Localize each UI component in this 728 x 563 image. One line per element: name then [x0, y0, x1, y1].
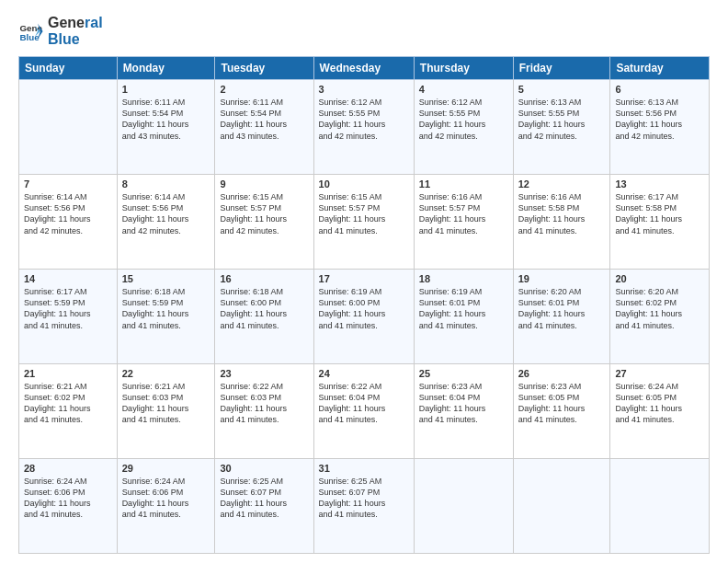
calendar-week-1: 1Sunrise: 6:11 AM Sunset: 5:54 PM Daylig…: [19, 80, 710, 175]
calendar-cell: 16Sunrise: 6:18 AM Sunset: 6:00 PM Dayli…: [215, 270, 313, 364]
day-number: 25: [419, 368, 508, 379]
day-info: Sunrise: 6:15 AM Sunset: 5:57 PM Dayligh…: [220, 191, 308, 236]
day-number: 24: [319, 368, 409, 379]
day-number: 30: [220, 463, 308, 474]
calendar-cell: 27Sunrise: 6:24 AM Sunset: 6:05 PM Dayli…: [610, 364, 710, 459]
day-number: 28: [24, 463, 112, 474]
logo-icon: Gene Blue: [18, 18, 44, 44]
day-info: Sunrise: 6:18 AM Sunset: 6:00 PM Dayligh…: [220, 286, 308, 331]
day-info: Sunrise: 6:12 AM Sunset: 5:55 PM Dayligh…: [319, 97, 409, 142]
day-number: 11: [419, 178, 508, 190]
calendar-cell: 7Sunrise: 6:14 AM Sunset: 5:56 PM Daylig…: [19, 175, 118, 270]
day-info: Sunrise: 6:13 AM Sunset: 5:56 PM Dayligh…: [615, 97, 704, 142]
calendar-cell: 6Sunrise: 6:13 AM Sunset: 5:56 PM Daylig…: [610, 80, 710, 175]
day-info: Sunrise: 6:17 AM Sunset: 5:58 PM Dayligh…: [615, 191, 704, 236]
calendar: SundayMondayTuesdayWednesdayThursdayFrid…: [18, 56, 710, 554]
calendar-cell: [513, 459, 610, 554]
calendar-cell: 20Sunrise: 6:20 AM Sunset: 6:02 PM Dayli…: [610, 270, 710, 364]
day-number: 19: [518, 273, 606, 284]
day-number: 13: [615, 178, 704, 190]
day-info: Sunrise: 6:13 AM Sunset: 5:55 PM Dayligh…: [518, 97, 606, 142]
calendar-cell: [19, 80, 118, 175]
day-number: 1: [122, 84, 210, 95]
calendar-cell: [610, 459, 710, 554]
day-info: Sunrise: 6:22 AM Sunset: 6:03 PM Dayligh…: [220, 381, 308, 426]
calendar-cell: 15Sunrise: 6:18 AM Sunset: 5:59 PM Dayli…: [117, 270, 215, 364]
calendar-header-row: SundayMondayTuesdayWednesdayThursdayFrid…: [19, 57, 710, 80]
day-number: 26: [518, 368, 606, 379]
day-number: 5: [518, 84, 606, 95]
calendar-cell: 23Sunrise: 6:22 AM Sunset: 6:03 PM Dayli…: [215, 364, 313, 459]
calendar-cell: 1Sunrise: 6:11 AM Sunset: 5:54 PM Daylig…: [117, 80, 215, 175]
day-number: 10: [319, 178, 409, 190]
day-number: 17: [319, 273, 409, 284]
day-number: 3: [319, 84, 409, 95]
calendar-cell: 24Sunrise: 6:22 AM Sunset: 6:04 PM Dayli…: [313, 364, 414, 459]
day-info: Sunrise: 6:23 AM Sunset: 6:05 PM Dayligh…: [518, 381, 606, 426]
logo-text: General Blue: [48, 15, 103, 47]
calendar-cell: 8Sunrise: 6:14 AM Sunset: 5:56 PM Daylig…: [117, 175, 215, 270]
page: Gene Blue General Blue SundayMondayTuesd…: [0, 0, 728, 563]
calendar-cell: 13Sunrise: 6:17 AM Sunset: 5:58 PM Dayli…: [610, 175, 710, 270]
day-number: 29: [122, 463, 210, 474]
calendar-week-3: 14Sunrise: 6:17 AM Sunset: 5:59 PM Dayli…: [19, 270, 710, 364]
day-number: 6: [615, 84, 704, 95]
day-info: Sunrise: 6:12 AM Sunset: 5:55 PM Dayligh…: [419, 97, 508, 142]
day-info: Sunrise: 6:14 AM Sunset: 5:56 PM Dayligh…: [122, 191, 210, 236]
day-info: Sunrise: 6:21 AM Sunset: 6:02 PM Dayligh…: [24, 381, 112, 426]
column-header-saturday: Saturday: [610, 57, 710, 80]
day-info: Sunrise: 6:20 AM Sunset: 6:01 PM Dayligh…: [518, 286, 606, 331]
calendar-cell: 22Sunrise: 6:21 AM Sunset: 6:03 PM Dayli…: [117, 364, 215, 459]
calendar-cell: 9Sunrise: 6:15 AM Sunset: 5:57 PM Daylig…: [215, 175, 313, 270]
day-number: 22: [122, 368, 210, 379]
day-number: 2: [220, 84, 308, 95]
day-number: 7: [24, 178, 112, 190]
calendar-cell: 19Sunrise: 6:20 AM Sunset: 6:01 PM Dayli…: [513, 270, 610, 364]
calendar-cell: 11Sunrise: 6:16 AM Sunset: 5:57 PM Dayli…: [414, 175, 513, 270]
day-info: Sunrise: 6:25 AM Sunset: 6:07 PM Dayligh…: [220, 476, 308, 521]
day-info: Sunrise: 6:20 AM Sunset: 6:02 PM Dayligh…: [615, 286, 704, 331]
calendar-cell: 10Sunrise: 6:15 AM Sunset: 5:57 PM Dayli…: [313, 175, 414, 270]
day-info: Sunrise: 6:24 AM Sunset: 6:06 PM Dayligh…: [24, 476, 112, 521]
day-info: Sunrise: 6:16 AM Sunset: 5:58 PM Dayligh…: [518, 191, 606, 236]
calendar-week-4: 21Sunrise: 6:21 AM Sunset: 6:02 PM Dayli…: [19, 364, 710, 459]
header: Gene Blue General Blue: [18, 15, 710, 47]
day-info: Sunrise: 6:18 AM Sunset: 5:59 PM Dayligh…: [122, 286, 210, 331]
day-info: Sunrise: 6:11 AM Sunset: 5:54 PM Dayligh…: [122, 97, 210, 142]
column-header-thursday: Thursday: [414, 57, 513, 80]
calendar-cell: 30Sunrise: 6:25 AM Sunset: 6:07 PM Dayli…: [215, 459, 313, 554]
column-header-monday: Monday: [117, 57, 215, 80]
day-info: Sunrise: 6:24 AM Sunset: 6:05 PM Dayligh…: [615, 381, 704, 426]
column-header-tuesday: Tuesday: [215, 57, 313, 80]
day-number: 16: [220, 273, 308, 284]
day-info: Sunrise: 6:25 AM Sunset: 6:07 PM Dayligh…: [319, 476, 409, 521]
calendar-cell: [414, 459, 513, 554]
calendar-week-5: 28Sunrise: 6:24 AM Sunset: 6:06 PM Dayli…: [19, 459, 710, 554]
calendar-cell: 4Sunrise: 6:12 AM Sunset: 5:55 PM Daylig…: [414, 80, 513, 175]
day-info: Sunrise: 6:11 AM Sunset: 5:54 PM Dayligh…: [220, 97, 308, 142]
calendar-cell: 25Sunrise: 6:23 AM Sunset: 6:04 PM Dayli…: [414, 364, 513, 459]
day-number: 23: [220, 368, 308, 379]
day-info: Sunrise: 6:24 AM Sunset: 6:06 PM Dayligh…: [122, 476, 210, 521]
day-info: Sunrise: 6:19 AM Sunset: 6:01 PM Dayligh…: [419, 286, 508, 331]
logo: Gene Blue General Blue: [18, 15, 103, 47]
column-header-sunday: Sunday: [19, 57, 118, 80]
calendar-cell: 29Sunrise: 6:24 AM Sunset: 6:06 PM Dayli…: [117, 459, 215, 554]
calendar-cell: 28Sunrise: 6:24 AM Sunset: 6:06 PM Dayli…: [19, 459, 118, 554]
calendar-cell: 2Sunrise: 6:11 AM Sunset: 5:54 PM Daylig…: [215, 80, 313, 175]
day-info: Sunrise: 6:19 AM Sunset: 6:00 PM Dayligh…: [319, 286, 409, 331]
calendar-week-2: 7Sunrise: 6:14 AM Sunset: 5:56 PM Daylig…: [19, 175, 710, 270]
calendar-cell: 31Sunrise: 6:25 AM Sunset: 6:07 PM Dayli…: [313, 459, 414, 554]
calendar-cell: 17Sunrise: 6:19 AM Sunset: 6:00 PM Dayli…: [313, 270, 414, 364]
day-number: 9: [220, 178, 308, 190]
calendar-cell: 26Sunrise: 6:23 AM Sunset: 6:05 PM Dayli…: [513, 364, 610, 459]
day-number: 14: [24, 273, 112, 284]
day-info: Sunrise: 6:23 AM Sunset: 6:04 PM Dayligh…: [419, 381, 508, 426]
day-number: 20: [615, 273, 704, 284]
day-number: 4: [419, 84, 508, 95]
calendar-cell: 3Sunrise: 6:12 AM Sunset: 5:55 PM Daylig…: [313, 80, 414, 175]
day-info: Sunrise: 6:17 AM Sunset: 5:59 PM Dayligh…: [24, 286, 112, 331]
day-info: Sunrise: 6:22 AM Sunset: 6:04 PM Dayligh…: [319, 381, 409, 426]
day-number: 15: [122, 273, 210, 284]
column-header-friday: Friday: [513, 57, 610, 80]
